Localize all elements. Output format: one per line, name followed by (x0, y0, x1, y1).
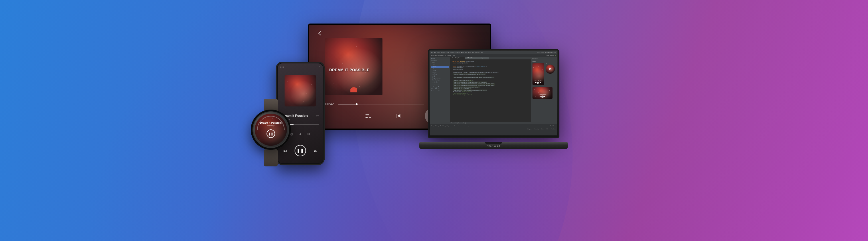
comment-icon[interactable]: ✉ (307, 132, 310, 136)
ide-menu-bar[interactable]: File Edit View Navigate Code Analyze Ref… (430, 51, 557, 54)
ide-breadcrumb-bar[interactable]: music-demo› phone› src› main› java› entr… (430, 54, 557, 57)
tree-item[interactable]: tv (431, 68, 449, 70)
tree-item[interactable]: local.properties (431, 80, 449, 82)
watch-play-pause-button[interactable]: ❚❚ (267, 129, 275, 138)
skip-next-icon[interactable]: ⏭ (313, 148, 318, 153)
run-target[interactable]: entry_harmony (547, 55, 554, 56)
tree-item[interactable]: gradle (431, 76, 449, 78)
watch-device: Dream It Possible Delacey ❚❚ (248, 101, 294, 164)
menu-item[interactable]: Help (480, 52, 483, 53)
tree-item[interactable]: src (431, 64, 449, 66)
filter[interactable]: CodeCheck (550, 125, 556, 127)
laptop-brand-label: HUAWEI (487, 144, 500, 147)
tree-item[interactable]: preview.txt (431, 82, 449, 84)
editor-breadcrumb: PhoneAbilitySlice onStart() (450, 122, 531, 124)
editor-tab[interactable]: entry_harmony (478, 57, 489, 59)
phone-play-pause-button[interactable]: ❚❚ (294, 145, 306, 156)
ide-bottom-panel[interactable]: Hilog Debug No debuggable process Show o… (430, 124, 557, 135)
filter[interactable]: No debuggable process (440, 125, 452, 127)
crumb[interactable]: onStart() (462, 122, 466, 124)
menu-item[interactable]: Build (461, 52, 464, 53)
filter[interactable]: Show only sele… (454, 125, 463, 127)
preview-tv[interactable]: Dream It Possible⏮❚❚⏭ (532, 87, 553, 99)
preview-watch[interactable]: ❚❚ (546, 64, 555, 74)
col: File (547, 128, 548, 130)
device-showcase: DREAM IT POSSIBLE so I'll d 00:42 (205, 11, 663, 230)
tv-time-current: 00:42 (325, 102, 334, 106)
tv-album-art[interactable]: DREAM IT POSSIBLE (325, 38, 382, 95)
album-title-overlay: DREAM IT POSSIBLE (329, 68, 370, 72)
tv-progress-bar[interactable]: 00:42 (325, 102, 428, 107)
tv-scrubber-track[interactable] (338, 104, 424, 104)
tree-item[interactable]: music-demo.iml (431, 84, 449, 86)
breadcrumb[interactable]: phone (439, 55, 442, 56)
editor-tabs[interactable]: PhoneAbilitySlice.java TVAbilitySlice.ja… (450, 57, 531, 59)
phone-status-bar: ●●● ⋮ (280, 66, 321, 68)
menu-item[interactable]: Navigate (441, 52, 445, 53)
laptop-device: File Edit View Navigate Code Analyze Ref… (419, 49, 568, 172)
playlist-icon[interactable] (364, 112, 372, 119)
laptop-base: HUAWEI (419, 142, 568, 149)
menu-item[interactable]: Analyze (450, 52, 454, 53)
breadcrumb[interactable]: src (445, 55, 446, 56)
laptop-screen: File Edit View Navigate Code Analyze Ref… (428, 49, 559, 138)
tree-item[interactable]: watch (431, 70, 449, 72)
col: Line (541, 128, 544, 130)
phone-status-right: ⋮ (318, 66, 321, 68)
watch-body: Dream It Possible Delacey ❚❚ (251, 110, 291, 150)
download-icon[interactable]: ⬇ (299, 132, 302, 136)
bottom-tab[interactable]: Hilog (431, 125, 433, 127)
huawei-logo-icon (350, 87, 357, 92)
breadcrumb[interactable]: java (453, 55, 455, 56)
crumb[interactable]: PhoneAbilitySlice (451, 122, 460, 124)
watch-player: Dream It Possible Delacey ❚❚ (255, 114, 287, 146)
preview-phone[interactable]: Dream It Possible⏮❚❚⏭ (532, 63, 544, 85)
more-icon[interactable]: ⋯ (316, 132, 319, 136)
tree-item[interactable]: music-demo (431, 60, 449, 62)
menu-item[interactable]: Code (446, 52, 450, 53)
tree-item[interactable]: Scratches and Consoles (431, 90, 449, 92)
skip-previous-icon[interactable] (395, 112, 402, 119)
breadcrumb[interactable]: main (448, 55, 451, 56)
favorite-icon[interactable]: ♡ (316, 114, 319, 118)
tree-item[interactable]: settings.gradle (431, 86, 449, 88)
tree-item[interactable]: External Libraries (431, 88, 449, 90)
filter[interactable]: Language ▾ (465, 125, 471, 127)
run-icon[interactable]: ▶ (555, 55, 556, 56)
tree-item[interactable]: category2 (431, 74, 449, 76)
back-icon[interactable] (317, 30, 323, 37)
editor-tab[interactable]: TVAbilitySlice.java (465, 57, 478, 59)
tree-header: Project (431, 58, 449, 60)
menu-item[interactable]: Edit (434, 52, 436, 53)
ide-window: File Edit View Navigate Code Analyze Ref… (430, 51, 557, 135)
ide-title: music-demo - PhoneAbilitySlice.java (537, 52, 556, 53)
col: Fix Check (551, 128, 556, 130)
editor-pane: PhoneAbilitySlice.java TVAbilitySlice.ja… (450, 57, 531, 124)
col: Category (527, 128, 532, 130)
menu-item[interactable]: Window (475, 52, 479, 53)
phone-status-left: ●●● (280, 66, 284, 68)
tree-item[interactable]: gradle.properties (431, 78, 449, 80)
col: Severity (534, 128, 538, 130)
menu-item[interactable]: Tools (468, 52, 471, 53)
previewer-panel: Previewer Phone Dream It Possible⏮❚❚⏭ We… (531, 57, 557, 124)
code-editor[interactable]: public void onStart(Intent intent) { sup… (450, 59, 531, 122)
breadcrumb[interactable]: music-demo (431, 55, 437, 56)
tree-item[interactable]: category (431, 72, 449, 74)
watch-screen: Dream It Possible Delacey ❚❚ (255, 114, 287, 146)
menu-item[interactable]: VCS (472, 52, 474, 53)
menu-item[interactable]: View (437, 52, 440, 53)
menu-item[interactable]: Run (465, 52, 467, 53)
previewer-header: Phone (532, 60, 556, 62)
project-tree[interactable]: Project music-demo entry src phone tv wa… (430, 57, 450, 124)
watch-track-title: Dream It Possible (260, 122, 282, 124)
menu-item[interactable]: Refactor (456, 52, 460, 53)
editor-tab-active[interactable]: PhoneAbilitySlice.java (450, 57, 465, 59)
menu-item[interactable]: File (431, 52, 433, 53)
tree-item[interactable]: entry (431, 62, 449, 64)
watch-strap-bottom (264, 149, 278, 166)
previewer-label: Previewer (532, 58, 556, 59)
filter[interactable]: Debug (435, 125, 439, 127)
watch-track-artist: Delacey (267, 125, 274, 127)
tree-item-selected[interactable]: phone (431, 66, 449, 68)
